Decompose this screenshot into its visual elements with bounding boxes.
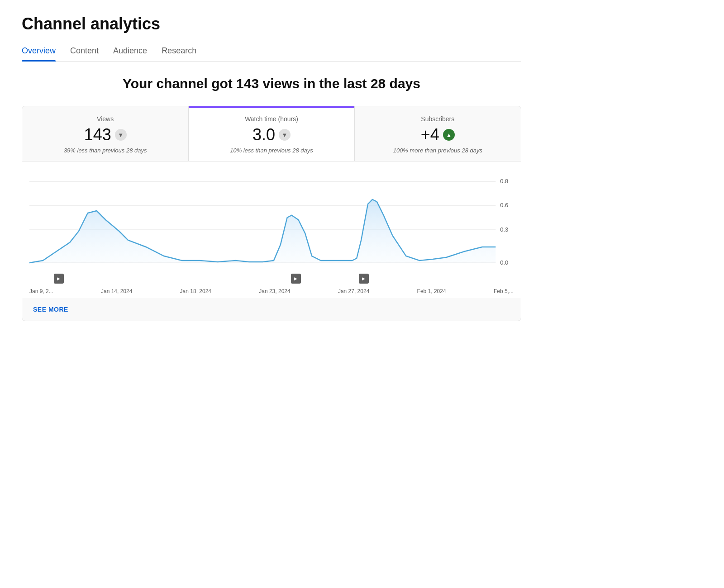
subscribers-value: +4 [421,125,439,144]
x-label-6: Feb 5,... [494,288,514,294]
tabs-nav: Overview Content Audience Research [22,46,521,62]
views-change: 39% less than previous 28 days [33,147,177,154]
metrics-row: Views 143 ▼ 39% less than previous 28 da… [22,106,521,161]
views-value-row: 143 ▼ [33,125,177,144]
video-markers-row: ▶ ▶ ▶ [29,274,514,286]
see-more-button[interactable]: SEE MORE [33,306,68,313]
x-label-3: Jan 23, 2024 [259,288,290,294]
tab-research[interactable]: Research [162,46,196,61]
watch-time-trend-icon: ▼ [279,129,291,141]
views-label: Views [33,115,177,123]
chart-container: 0.8 0.6 0.3 0.0 [29,172,514,272]
views-trend-icon: ▼ [115,129,127,141]
watch-time-change: 10% less than previous 28 days [200,147,343,154]
subscribers-change: 100% more than previous 28 days [366,147,510,154]
watch-time-value: 3.0 [252,125,275,144]
x-label-5: Feb 1, 2024 [417,288,446,294]
x-label-1: Jan 14, 2024 [101,288,132,294]
subscribers-label: Subscribers [366,115,510,123]
chart-area: 0.8 0.6 0.3 0.0 ▶ ▶ ▶ Jan 9, 2... Jan 14… [22,161,521,298]
svg-text:0.6: 0.6 [500,202,508,209]
video-marker-3[interactable]: ▶ [359,274,369,284]
watch-time-value-row: 3.0 ▼ [200,125,343,144]
x-label-2: Jan 18, 2024 [180,288,211,294]
analytics-card: Views 143 ▼ 39% less than previous 28 da… [22,106,521,321]
tab-audience[interactable]: Audience [113,46,147,61]
tab-content[interactable]: Content [70,46,99,61]
metric-views: Views 143 ▼ 39% less than previous 28 da… [22,106,188,161]
summary-heading: Your channel got 143 views in the last 2… [22,76,521,91]
x-labels-row: Jan 9, 2... Jan 14, 2024 Jan 18, 2024 Ja… [29,286,514,298]
metric-subscribers: Subscribers +4 ▲ 100% more than previous… [355,106,521,161]
svg-text:0.3: 0.3 [500,226,508,233]
x-label-4: Jan 27, 2024 [338,288,369,294]
views-value: 143 [84,125,111,144]
watch-time-label: Watch time (hours) [200,115,343,123]
see-more-row: SEE MORE [22,298,521,321]
video-marker-2[interactable]: ▶ [291,274,301,284]
metric-watch-time: Watch time (hours) 3.0 ▼ 10% less than p… [188,106,354,161]
page-title: Channel analytics [22,14,521,33]
chart-svg: 0.8 0.6 0.3 0.0 [29,172,514,272]
svg-text:0.8: 0.8 [500,178,508,185]
svg-text:0.0: 0.0 [500,259,508,266]
video-marker-1[interactable]: ▶ [54,274,64,284]
tab-overview[interactable]: Overview [22,46,56,61]
subscribers-value-row: +4 ▲ [366,125,510,144]
x-label-0: Jan 9, 2... [29,288,53,294]
subscribers-trend-icon: ▲ [443,129,455,141]
